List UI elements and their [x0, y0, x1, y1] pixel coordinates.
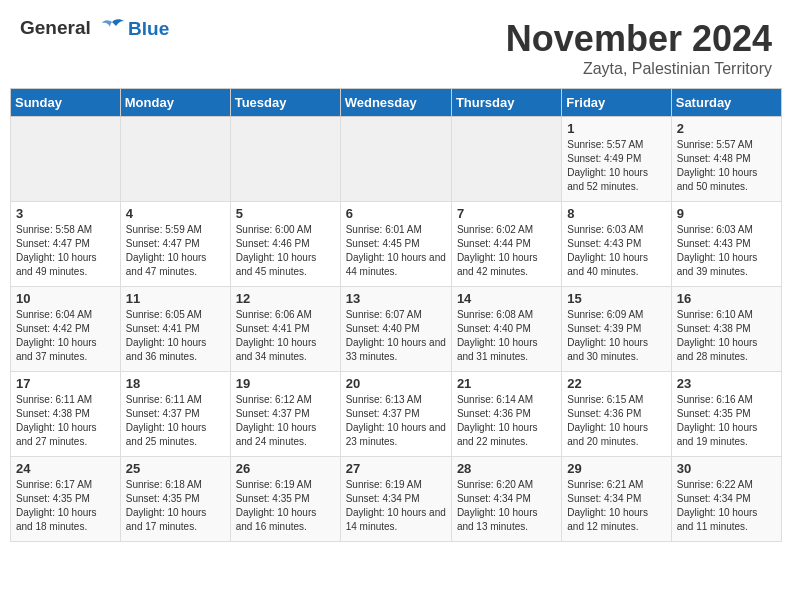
- day-number: 18: [126, 376, 225, 391]
- calendar-container: SundayMondayTuesdayWednesdayThursdayFrid…: [0, 88, 792, 552]
- day-number: 23: [677, 376, 776, 391]
- logo-blue: Blue: [128, 18, 169, 40]
- day-of-week-header: Monday: [120, 89, 230, 117]
- day-of-week-header: Friday: [562, 89, 671, 117]
- cell-info: Sunrise: 6:13 AMSunset: 4:37 PMDaylight:…: [346, 393, 446, 449]
- header: General Blue November 2024 Zayta, Palest…: [0, 0, 792, 88]
- cell-info: Sunrise: 5:59 AMSunset: 4:47 PMDaylight:…: [126, 223, 225, 279]
- day-number: 25: [126, 461, 225, 476]
- day-number: 16: [677, 291, 776, 306]
- day-of-week-header: Wednesday: [340, 89, 451, 117]
- logo-general: General: [20, 17, 91, 38]
- cell-info: Sunrise: 5:57 AMSunset: 4:48 PMDaylight:…: [677, 138, 776, 194]
- day-number: 28: [457, 461, 556, 476]
- calendar-cell: 14Sunrise: 6:08 AMSunset: 4:40 PMDayligh…: [451, 287, 561, 372]
- day-number: 17: [16, 376, 115, 391]
- cell-info: Sunrise: 6:04 AMSunset: 4:42 PMDaylight:…: [16, 308, 115, 364]
- calendar-cell: 20Sunrise: 6:13 AMSunset: 4:37 PMDayligh…: [340, 372, 451, 457]
- day-number: 2: [677, 121, 776, 136]
- calendar-cell: 19Sunrise: 6:12 AMSunset: 4:37 PMDayligh…: [230, 372, 340, 457]
- calendar-cell: 12Sunrise: 6:06 AMSunset: 4:41 PMDayligh…: [230, 287, 340, 372]
- cell-info: Sunrise: 6:06 AMSunset: 4:41 PMDaylight:…: [236, 308, 335, 364]
- cell-info: Sunrise: 6:19 AMSunset: 4:35 PMDaylight:…: [236, 478, 335, 534]
- calendar-cell: 28Sunrise: 6:20 AMSunset: 4:34 PMDayligh…: [451, 457, 561, 542]
- cell-info: Sunrise: 6:19 AMSunset: 4:34 PMDaylight:…: [346, 478, 446, 534]
- calendar-cell: 21Sunrise: 6:14 AMSunset: 4:36 PMDayligh…: [451, 372, 561, 457]
- day-number: 29: [567, 461, 665, 476]
- day-number: 7: [457, 206, 556, 221]
- day-number: 6: [346, 206, 446, 221]
- calendar-table: SundayMondayTuesdayWednesdayThursdayFrid…: [10, 88, 782, 542]
- calendar-cell: 1Sunrise: 5:57 AMSunset: 4:49 PMDaylight…: [562, 117, 671, 202]
- day-number: 27: [346, 461, 446, 476]
- logo-bird-icon: [98, 18, 126, 40]
- day-number: 19: [236, 376, 335, 391]
- calendar-cell: 16Sunrise: 6:10 AMSunset: 4:38 PMDayligh…: [671, 287, 781, 372]
- calendar-cell: 7Sunrise: 6:02 AMSunset: 4:44 PMDaylight…: [451, 202, 561, 287]
- calendar-cell: 23Sunrise: 6:16 AMSunset: 4:35 PMDayligh…: [671, 372, 781, 457]
- day-number: 5: [236, 206, 335, 221]
- day-number: 24: [16, 461, 115, 476]
- cell-info: Sunrise: 6:15 AMSunset: 4:36 PMDaylight:…: [567, 393, 665, 449]
- day-number: 13: [346, 291, 446, 306]
- cell-info: Sunrise: 6:14 AMSunset: 4:36 PMDaylight:…: [457, 393, 556, 449]
- cell-info: Sunrise: 6:03 AMSunset: 4:43 PMDaylight:…: [677, 223, 776, 279]
- cell-info: Sunrise: 6:22 AMSunset: 4:34 PMDaylight:…: [677, 478, 776, 534]
- day-number: 4: [126, 206, 225, 221]
- day-number: 1: [567, 121, 665, 136]
- calendar-cell: 15Sunrise: 6:09 AMSunset: 4:39 PMDayligh…: [562, 287, 671, 372]
- cell-info: Sunrise: 6:12 AMSunset: 4:37 PMDaylight:…: [236, 393, 335, 449]
- day-of-week-header: Tuesday: [230, 89, 340, 117]
- calendar-cell: 13Sunrise: 6:07 AMSunset: 4:40 PMDayligh…: [340, 287, 451, 372]
- calendar-cell: 17Sunrise: 6:11 AMSunset: 4:38 PMDayligh…: [11, 372, 121, 457]
- calendar-cell: 25Sunrise: 6:18 AMSunset: 4:35 PMDayligh…: [120, 457, 230, 542]
- calendar-cell: 26Sunrise: 6:19 AMSunset: 4:35 PMDayligh…: [230, 457, 340, 542]
- cell-info: Sunrise: 6:18 AMSunset: 4:35 PMDaylight:…: [126, 478, 225, 534]
- calendar-cell: 8Sunrise: 6:03 AMSunset: 4:43 PMDaylight…: [562, 202, 671, 287]
- cell-info: Sunrise: 6:01 AMSunset: 4:45 PMDaylight:…: [346, 223, 446, 279]
- calendar-cell: 11Sunrise: 6:05 AMSunset: 4:41 PMDayligh…: [120, 287, 230, 372]
- day-number: 14: [457, 291, 556, 306]
- calendar-cell: 30Sunrise: 6:22 AMSunset: 4:34 PMDayligh…: [671, 457, 781, 542]
- calendar-cell: [11, 117, 121, 202]
- cell-info: Sunrise: 6:11 AMSunset: 4:37 PMDaylight:…: [126, 393, 225, 449]
- month-title: November 2024: [506, 18, 772, 60]
- calendar-cell: 22Sunrise: 6:15 AMSunset: 4:36 PMDayligh…: [562, 372, 671, 457]
- day-number: 15: [567, 291, 665, 306]
- logo: General Blue: [20, 18, 169, 40]
- day-of-week-header: Saturday: [671, 89, 781, 117]
- cell-info: Sunrise: 6:20 AMSunset: 4:34 PMDaylight:…: [457, 478, 556, 534]
- day-number: 30: [677, 461, 776, 476]
- calendar-cell: 29Sunrise: 6:21 AMSunset: 4:34 PMDayligh…: [562, 457, 671, 542]
- cell-info: Sunrise: 6:03 AMSunset: 4:43 PMDaylight:…: [567, 223, 665, 279]
- cell-info: Sunrise: 6:10 AMSunset: 4:38 PMDaylight:…: [677, 308, 776, 364]
- location-subtitle: Zayta, Palestinian Territory: [506, 60, 772, 78]
- cell-info: Sunrise: 5:58 AMSunset: 4:47 PMDaylight:…: [16, 223, 115, 279]
- calendar-cell: 4Sunrise: 5:59 AMSunset: 4:47 PMDaylight…: [120, 202, 230, 287]
- day-number: 26: [236, 461, 335, 476]
- calendar-cell: 2Sunrise: 5:57 AMSunset: 4:48 PMDaylight…: [671, 117, 781, 202]
- day-number: 21: [457, 376, 556, 391]
- day-number: 20: [346, 376, 446, 391]
- calendar-cell: [451, 117, 561, 202]
- cell-info: Sunrise: 5:57 AMSunset: 4:49 PMDaylight:…: [567, 138, 665, 194]
- calendar-cell: 3Sunrise: 5:58 AMSunset: 4:47 PMDaylight…: [11, 202, 121, 287]
- title-block: November 2024 Zayta, Palestinian Territo…: [506, 18, 772, 78]
- day-number: 12: [236, 291, 335, 306]
- day-number: 3: [16, 206, 115, 221]
- calendar-cell: [230, 117, 340, 202]
- calendar-header: SundayMondayTuesdayWednesdayThursdayFrid…: [11, 89, 782, 117]
- cell-info: Sunrise: 6:16 AMSunset: 4:35 PMDaylight:…: [677, 393, 776, 449]
- calendar-cell: [340, 117, 451, 202]
- calendar-cell: 27Sunrise: 6:19 AMSunset: 4:34 PMDayligh…: [340, 457, 451, 542]
- day-of-week-header: Thursday: [451, 89, 561, 117]
- calendar-cell: [120, 117, 230, 202]
- calendar-cell: 18Sunrise: 6:11 AMSunset: 4:37 PMDayligh…: [120, 372, 230, 457]
- cell-info: Sunrise: 6:07 AMSunset: 4:40 PMDaylight:…: [346, 308, 446, 364]
- calendar-cell: 24Sunrise: 6:17 AMSunset: 4:35 PMDayligh…: [11, 457, 121, 542]
- cell-info: Sunrise: 6:09 AMSunset: 4:39 PMDaylight:…: [567, 308, 665, 364]
- calendar-cell: 9Sunrise: 6:03 AMSunset: 4:43 PMDaylight…: [671, 202, 781, 287]
- cell-info: Sunrise: 6:11 AMSunset: 4:38 PMDaylight:…: [16, 393, 115, 449]
- day-number: 10: [16, 291, 115, 306]
- calendar-cell: 6Sunrise: 6:01 AMSunset: 4:45 PMDaylight…: [340, 202, 451, 287]
